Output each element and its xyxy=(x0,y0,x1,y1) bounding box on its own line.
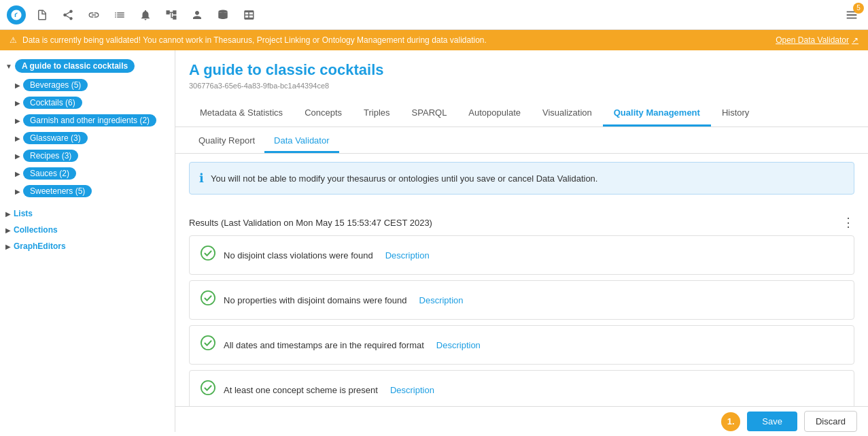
tab-triples[interactable]: Triples xyxy=(353,101,401,127)
arrow-icon: ▶ xyxy=(15,82,20,89)
sidebar-child-label: Glassware (3) xyxy=(23,132,88,144)
sidebar: ▼ A guide to classic cocktails ▶ Beverag… xyxy=(0,50,175,432)
sidebar-section-collections[interactable]: ▶ Collections xyxy=(0,222,175,238)
page-uuid: 306776a3-65e6-4a83-9fba-bc1a44394ce8 xyxy=(189,82,854,90)
external-link-icon: ↗ xyxy=(852,35,858,45)
sidebar-root-label: A guide to classic cocktails xyxy=(15,59,135,73)
tab-history[interactable]: History xyxy=(711,101,760,127)
root-arrow-icon: ▼ xyxy=(5,63,12,70)
main-layout: ▼ A guide to classic cocktails ▶ Beverag… xyxy=(0,50,868,432)
discard-button[interactable]: Discard xyxy=(804,411,857,432)
validation-text: All dates and timestamps are in the requ… xyxy=(224,340,424,350)
bottom-bar: 1. Save Discard xyxy=(175,406,868,436)
table-icon[interactable] xyxy=(239,5,258,24)
sidebar-child-label: Beverages (5) xyxy=(23,79,88,91)
description-link[interactable]: Description xyxy=(436,340,481,350)
warning-text-container: ⚠ Data is currently being validated! You… xyxy=(10,35,487,45)
toolbar-left xyxy=(7,5,258,24)
sidebar-item-glassware[interactable]: ▶ Glassware (3) xyxy=(0,129,175,147)
warning-text: Data is currently being validated! You c… xyxy=(22,35,487,45)
validation-text: At least one concept scheme is present xyxy=(224,385,378,395)
svg-point-0 xyxy=(218,10,228,13)
save-button[interactable]: Save xyxy=(747,412,797,431)
tab-visualization[interactable]: Visualization xyxy=(532,101,603,127)
info-message: You will not be able to modify your thes… xyxy=(211,173,597,184)
sidebar-section-label: Collections xyxy=(14,225,58,235)
svg-point-2 xyxy=(201,291,215,305)
info-icon: ℹ xyxy=(199,171,204,186)
sidebar-section-grapheditors[interactable]: ▶ GraphEditors xyxy=(0,238,175,254)
db-icon[interactable] xyxy=(213,5,232,24)
bell-icon[interactable] xyxy=(136,5,155,24)
sub-tab-quality-report[interactable]: Quality Report xyxy=(189,130,264,153)
content-header: A guide to classic cocktails 306776a3-65… xyxy=(175,50,868,90)
warning-banner: ⚠ Data is currently being validated! You… xyxy=(0,30,868,50)
main-tabs: Metadata & Statistics Concepts Triples S… xyxy=(175,101,868,127)
page-title: A guide to classic cocktails xyxy=(189,61,854,79)
step-badge: 1. xyxy=(721,412,740,431)
sidebar-child-label: Cocktails (6) xyxy=(23,97,82,109)
arrow-icon: ▶ xyxy=(15,170,20,178)
sidebar-child-label: Recipes (3) xyxy=(23,150,78,162)
sidebar-root-item[interactable]: ▼ A guide to classic cocktails xyxy=(0,56,175,76)
sidebar-item-sweeteners[interactable]: ▶ Sweeteners (5) xyxy=(0,182,175,200)
open-validator-link[interactable]: Open Data Validator ↗ xyxy=(776,35,858,45)
tab-concepts[interactable]: Concepts xyxy=(294,101,353,127)
tab-metadata[interactable]: Metadata & Statistics xyxy=(189,101,294,127)
arrow-icon: ▶ xyxy=(5,243,11,250)
arrow-icon: ▶ xyxy=(15,152,20,160)
check-icon xyxy=(201,290,215,309)
sidebar-item-recipes[interactable]: ▶ Recipes (3) xyxy=(0,147,175,165)
warning-icon: ⚠ xyxy=(10,35,17,45)
list-icon[interactable] xyxy=(110,5,129,24)
tab-quality-management[interactable]: Quality Management xyxy=(603,101,711,127)
toolbar-right: 5 xyxy=(842,5,861,24)
toolbar: 5 xyxy=(0,0,868,30)
info-banner: ℹ You will not be able to modify your th… xyxy=(189,162,854,195)
share-icon[interactable] xyxy=(58,5,77,24)
results-header-text: Results (Last Validation on Mon May 15 1… xyxy=(189,218,432,228)
sidebar-section-lists[interactable]: ▶ Lists xyxy=(0,205,175,222)
validation-text: No disjoint class violations were found xyxy=(224,250,373,261)
hierarchy-icon[interactable] xyxy=(162,5,181,24)
arrow-icon: ▶ xyxy=(15,99,20,107)
user-icon[interactable] xyxy=(188,5,207,24)
validation-text: No properties with disjoint domains were… xyxy=(224,295,407,305)
link-icon[interactable] xyxy=(84,5,103,24)
check-icon xyxy=(201,380,215,399)
menu-icon[interactable]: 5 xyxy=(842,5,861,24)
sidebar-child-label: Garnish and other ingredients (2) xyxy=(23,114,156,127)
more-options-icon[interactable]: ⋮ xyxy=(842,215,854,230)
content-area: A guide to classic cocktails 306776a3-65… xyxy=(175,50,868,432)
sub-tab-data-validator[interactable]: Data Validator xyxy=(264,130,338,153)
description-link[interactable]: Description xyxy=(419,295,464,305)
arrow-icon: ▶ xyxy=(5,227,11,234)
notification-badge: 5 xyxy=(853,3,864,14)
arrow-icon: ▶ xyxy=(15,117,20,124)
arrow-icon: ▶ xyxy=(5,210,11,218)
check-icon xyxy=(201,246,215,265)
svg-point-3 xyxy=(201,336,215,350)
sidebar-section-label: Lists xyxy=(14,209,33,218)
check-icon xyxy=(201,335,215,354)
results-header: Results (Last Validation on Mon May 15 1… xyxy=(189,209,854,235)
sidebar-item-beverages[interactable]: ▶ Beverages (5) xyxy=(0,76,175,94)
sidebar-item-garnish[interactable]: ▶ Garnish and other ingredients (2) xyxy=(0,112,175,129)
validation-item-4: At least one concept scheme is present D… xyxy=(189,370,854,409)
svg-point-1 xyxy=(201,246,215,260)
arrow-icon: ▶ xyxy=(15,188,20,195)
svg-point-4 xyxy=(201,381,215,395)
tab-autopopulate[interactable]: Autopopulate xyxy=(457,101,532,127)
sidebar-item-sauces[interactable]: ▶ Sauces (2) xyxy=(0,165,175,182)
sidebar-item-cocktails[interactable]: ▶ Cocktails (6) xyxy=(0,94,175,112)
validation-item-2: No properties with disjoint domains were… xyxy=(189,280,854,320)
description-link[interactable]: Description xyxy=(390,385,434,395)
document-icon[interactable] xyxy=(33,5,52,24)
sub-tabs: Quality Report Data Validator xyxy=(175,130,868,154)
sidebar-child-label: Sauces (2) xyxy=(23,167,76,180)
validation-item-1: No disjoint class violations were found … xyxy=(189,235,854,275)
description-link[interactable]: Description xyxy=(385,250,430,261)
home-icon[interactable] xyxy=(7,5,26,24)
sidebar-child-label: Sweeteners (5) xyxy=(23,185,92,197)
tab-sparql[interactable]: SPARQL xyxy=(401,101,458,127)
